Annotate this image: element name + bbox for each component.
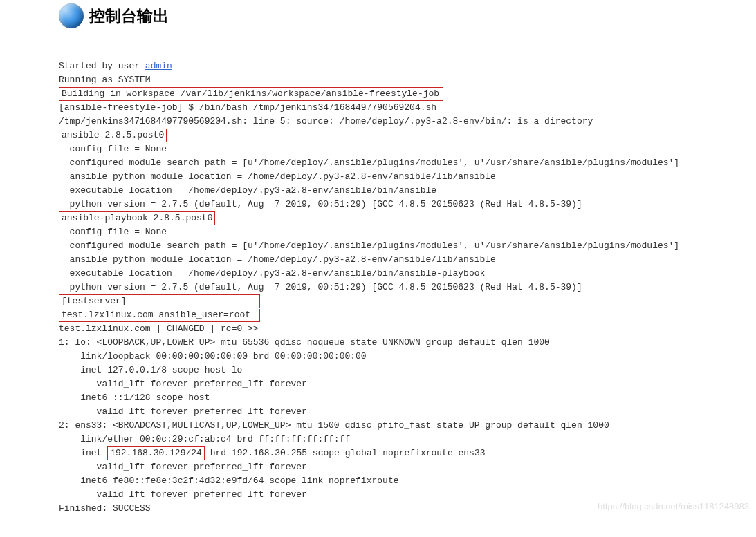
console-line: /tmp/jenkins3471684497790569204.sh: line…: [59, 116, 593, 126]
highlight-ansible-playbook-version: ansible-playbook 2.8.5.post0: [59, 211, 215, 225]
console-ball-icon: [59, 3, 84, 28]
console-line: 1: lo: <LOOPBACK,UP,LOWER_UP> mtu 65536 …: [59, 337, 550, 348]
console-line: ansible python module location = /home/d…: [59, 171, 496, 182]
page-title: 控制台输出: [89, 6, 169, 27]
console-line: valid_lft forever preferred_lft forever: [59, 406, 307, 417]
console-line: ansible python module location = /home/d…: [59, 254, 496, 265]
console-line: configured module search path = [u'/home…: [59, 158, 679, 168]
console-line: executable location = /home/deploy/.py3-…: [59, 268, 485, 279]
console-line: executable location = /home/deploy/.py3-…: [59, 185, 436, 196]
console-line: test.lzxlinux.com | CHANGED | rc=0 >>: [59, 323, 259, 334]
console-line: config file = None: [59, 144, 167, 154]
highlight-ansible-version: ansible 2.8.5.post0: [59, 129, 167, 142]
console-line: config file = None: [59, 227, 167, 237]
console-line: inet: [59, 448, 107, 458]
page-header: 控制台输出: [59, 3, 756, 28]
console-line: [ansible-freestyle-job] $ /bin/bash /tmp…: [59, 102, 436, 113]
console-line: 2: ens33: <BROADCAST,MULTICAST,UP,LOWER_…: [59, 420, 609, 431]
console-line: valid_lft forever preferred_lft forever: [59, 379, 307, 389]
console-line: inet 127.0.0.1/8 scope host lo: [59, 365, 242, 375]
highlight-ip-address: 192.168.30.129/24: [107, 446, 205, 460]
started-by-text: Started by user: [59, 61, 145, 71]
console-line: Finished: SUCCESS: [59, 503, 151, 514]
console-line: python version = 2.7.5 (default, Aug 7 2…: [59, 199, 582, 209]
highlight-workspace: Building in workspace /var/lib/jenkins/w…: [59, 87, 443, 101]
console-line: valid_lft forever preferred_lft forever: [59, 489, 307, 500]
console-line: configured module search path = [u'/home…: [59, 241, 679, 251]
console-line: valid_lft forever preferred_lft forever: [59, 462, 307, 472]
watermark-text: https://blog.csdn.net/miss1181248983: [598, 501, 749, 511]
console-line: link/loopback 00:00:00:00:00:00 brd 00:0…: [59, 351, 367, 361]
console-line: Running as SYSTEM: [59, 75, 151, 85]
console-line: inet6 ::1/128 scope host: [59, 393, 215, 403]
highlight-testserver-b: test.lzxlinux.com ansible_user=root: [59, 309, 260, 322]
console-line: link/ether 00:0c:29:cf:ab:c4 brd ff:ff:f…: [59, 434, 350, 444]
console-output: Started by user admin Running as SYSTEM …: [59, 46, 756, 516]
user-link[interactable]: admin: [145, 61, 172, 71]
highlight-testserver-a: [testserver]: [59, 294, 260, 308]
console-line: brd 192.168.30.255 scope global noprefix…: [205, 448, 486, 458]
console-line: inet6 fe80::fe8e:3c2f:4d32:e9fd/64 scope…: [59, 475, 404, 486]
console-line: python version = 2.7.5 (default, Aug 7 2…: [59, 282, 582, 292]
